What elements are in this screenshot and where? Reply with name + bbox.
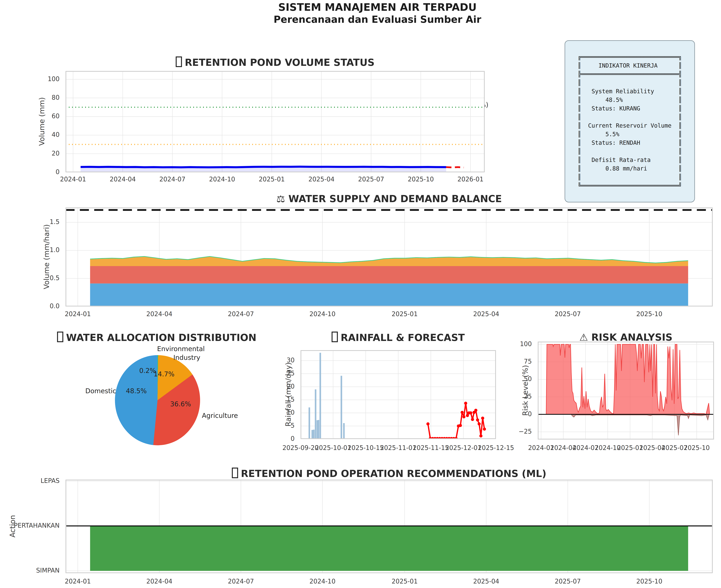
- indicator-text: ╔════════════════════════════╗ ║ INDIKAT…: [578, 53, 682, 190]
- x-tick-label: 2026-01: [458, 175, 484, 183]
- y-tick-label: PERTAHANKAN: [13, 522, 60, 529]
- y-tick-label: 80: [13, 94, 60, 101]
- x-tick-label: 2024-01: [65, 578, 91, 585]
- recommendation-chart-title: RETENTION POND OPERATION RECOMMENDATIONS…: [232, 468, 547, 479]
- x-tick-label: 2024-04: [110, 175, 136, 183]
- x-tick-label: 2025-12-15: [478, 444, 514, 451]
- x-tick-label: 2025-07: [555, 310, 581, 318]
- pie-slice-percent: 14.7%: [154, 370, 174, 378]
- x-tick-label: 2024-01: [60, 175, 86, 183]
- x-tick-label: 2025-04: [308, 175, 334, 183]
- x-tick-label: 2025-10-01: [315, 444, 351, 451]
- y-tick-label: 30: [248, 357, 295, 364]
- x-tick-label: 2024-10: [209, 175, 235, 183]
- x-tick-label: 2024-04: [146, 310, 172, 318]
- pie-slice-label: Domestic: [85, 387, 116, 395]
- x-tick-label: 2024-04: [146, 578, 172, 585]
- x-tick-label: 2025-10: [636, 578, 662, 585]
- y-tick-label: 0: [248, 435, 295, 442]
- pie-slice-percent: 36.6%: [170, 400, 191, 408]
- x-tick-label: 2024-10: [310, 578, 336, 585]
- allocation-chart-title: WATER ALLOCATION DISTRIBUTION: [57, 332, 256, 343]
- pie-slice-label: Environmental: [157, 345, 205, 353]
- volume-chart-title: RETENTION POND VOLUME STATUS: [176, 57, 375, 68]
- y-tick-label: LEPAS: [13, 477, 60, 484]
- performance-indicator-panel: ╔════════════════════════════╗ ║ INDIKAT…: [565, 40, 695, 203]
- rainfall-chart-title: RAINFALL & FORECAST: [332, 332, 465, 343]
- pie-slice-percent: 0.2%: [139, 367, 156, 375]
- risk-chart-title: ⚠ RISK ANALYSIS: [579, 332, 672, 343]
- page-subtitle: Perencanaan dan Evaluasi Sumber Air: [274, 14, 481, 25]
- y-tick-label: 100: [485, 340, 532, 348]
- y-tick-label: 25: [248, 370, 295, 377]
- y-tick-label: 60: [13, 112, 60, 120]
- y-tick-label: 75: [485, 358, 532, 365]
- y-tick-label: 100: [13, 75, 60, 83]
- y-tick-label: SIMPAN: [13, 567, 60, 574]
- missing-glyph-icon: [232, 468, 238, 478]
- x-tick-label: 2025-07: [555, 578, 581, 585]
- x-tick-label: 2024-07: [160, 175, 186, 183]
- water-management-dashboard: SISTEM MANAJEMEN AIR TERPADU Perencanaan…: [0, 0, 721, 588]
- x-tick-label: 2025-12-01: [445, 444, 482, 451]
- y-tick-label: 1.5: [13, 218, 60, 225]
- y-tick-label: 40: [13, 131, 60, 138]
- recommendation-plot: [65, 480, 713, 573]
- x-tick-label: 2024-01: [65, 310, 91, 318]
- x-tick-label: 2025-01: [259, 175, 285, 183]
- volume-chart-plot: [65, 71, 485, 172]
- x-tick-label: 2025-09-20: [282, 444, 319, 451]
- pie-slice-label: Industry: [173, 354, 200, 361]
- x-tick-label: 2025-01: [391, 310, 418, 318]
- missing-glyph-icon: [57, 332, 63, 342]
- x-tick-label: 2025-10-15: [347, 444, 384, 451]
- page-title: SISTEM MANAJEMEN AIR TERPADU: [278, 1, 476, 13]
- x-tick-label: 2024-07: [228, 578, 254, 585]
- supply-demand-chart-title: ⚖ WATER SUPPLY AND DEMAND BALANCE: [276, 193, 502, 205]
- y-tick-label: 20: [13, 150, 60, 157]
- missing-glyph-icon: [176, 57, 182, 67]
- y-tick-label: 10: [248, 409, 295, 416]
- y-tick-label: 20: [248, 383, 295, 390]
- y-tick-label: 0: [13, 168, 60, 175]
- x-tick-label: 2025-11-01: [380, 444, 416, 451]
- x-tick-label: 2025-10: [636, 310, 662, 318]
- missing-glyph-icon: [332, 332, 338, 342]
- x-tick-label: 2024-10: [310, 310, 336, 318]
- y-tick-label: 5: [248, 422, 295, 429]
- x-tick-label: 2025-04: [473, 578, 499, 585]
- x-tick-label: 2024-07: [228, 310, 254, 318]
- supply-demand-plot: [65, 207, 713, 307]
- pie-slice-label: Agriculture: [202, 412, 238, 419]
- risk-ylabel: Risk Level (%): [521, 343, 529, 437]
- x-tick-label: 2024-10: [595, 444, 621, 451]
- x-tick-label: 2025-04: [473, 310, 499, 318]
- y-tick-label: 0.5: [13, 274, 60, 281]
- y-tick-label: 15: [248, 396, 295, 403]
- x-tick-label: 2025-11-15: [413, 444, 449, 451]
- x-tick-label: 2025-10: [684, 444, 710, 451]
- y-tick-label: 25: [485, 393, 532, 400]
- x-tick-label: 2025-10: [408, 175, 434, 183]
- rainfall-plot: [300, 350, 496, 439]
- y-tick-label: 1.0: [13, 246, 60, 253]
- pie-slice-percent: 48.5%: [126, 387, 147, 395]
- risk-plot: [538, 341, 714, 440]
- y-tick-label: 0: [485, 411, 532, 418]
- y-tick-label: 0.0: [13, 302, 60, 310]
- x-tick-label: 2025-01: [391, 578, 418, 585]
- x-tick-label: 2025-07: [358, 175, 384, 183]
- y-tick-label: −25: [485, 428, 532, 435]
- y-tick-label: 50: [485, 375, 532, 382]
